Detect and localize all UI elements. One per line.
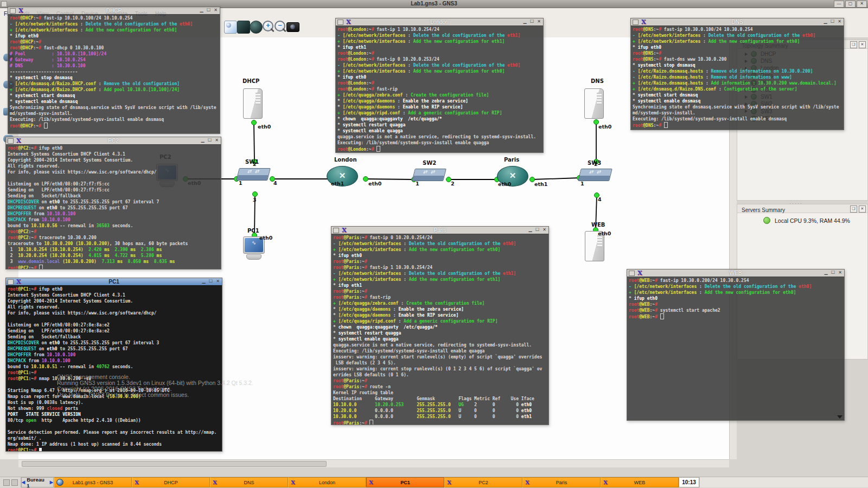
- taskbar-button-dhcp[interactable]: XDHCP: [132, 477, 210, 487]
- taskbar-tray: [699, 477, 868, 487]
- close-icon[interactable]: ✕: [837, 270, 843, 275]
- maximize-icon[interactable]: ☐: [206, 8, 212, 13]
- scrollbar-handle[interactable]: [22, 461, 327, 467]
- terminal-title: WEB: [627, 270, 844, 276]
- terminal-line: - [/etc/network/interfaces : Delete the …: [337, 33, 541, 38]
- minimize-icon[interactable]: ▁: [200, 138, 206, 143]
- camera-icon[interactable]: [286, 22, 299, 32]
- close-icon[interactable]: ✕: [837, 19, 843, 24]
- terminal-titlebar[interactable]: XParis▁☐✕: [331, 227, 548, 234]
- terminal-window-pc1[interactable]: XPC1▁☐✕root@PC1:~# ifup eth0Internet Sys…: [5, 278, 222, 452]
- close-icon[interactable]: ✕: [213, 8, 219, 13]
- taskbar-button-dns[interactable]: XDNS: [210, 477, 288, 487]
- terminal-line: + [/etc/Raizo.dnsmasq.hosts : Add inform…: [633, 80, 842, 86]
- panel-header[interactable]: Servers Summary ❏ ✕: [737, 204, 867, 213]
- close-icon[interactable]: ✕: [215, 279, 221, 284]
- xterm-icon: X: [291, 479, 295, 485]
- maximize-icon[interactable]: ☐: [207, 138, 213, 143]
- minimize-icon[interactable]: —: [834, 1, 844, 8]
- panel-title: Servers Summary: [737, 207, 785, 213]
- taskbar-button-paris[interactable]: XParis: [522, 477, 601, 487]
- terminal-line: root@Paris:~# route -n: [333, 384, 547, 390]
- terminal-line: + [/etc/dnsmasq.d/Raizo.DNS.conf : Confi…: [633, 86, 842, 92]
- maximize-icon[interactable]: ☐: [830, 270, 836, 275]
- close-panel-icon[interactable]: ✕: [859, 41, 866, 48]
- close-icon[interactable]: ✕: [857, 1, 867, 8]
- draw-rectangle-icon[interactable]: [237, 21, 250, 34]
- terminal-titlebar[interactable]: XWEB▁☐✕: [627, 269, 844, 277]
- terminal-line: Internet Systems Consortium DHCP Client …: [8, 292, 220, 298]
- maximize-icon[interactable]: ☐: [829, 19, 835, 24]
- terminal-line: * [/etc/quagga/daemons : Enable the RIP …: [333, 312, 547, 318]
- terminal-titlebar[interactable]: XLondon▁☐✕: [336, 18, 543, 26]
- terminal-content[interactable]: root@Paris:~# fast-ip 0 10.20.0.254/24- …: [331, 234, 548, 425]
- node-dhcp[interactable]: [243, 88, 263, 119]
- taskbar-launcher[interactable]: [0, 477, 21, 487]
- interface-label: eth0: [258, 124, 271, 130]
- node-dns[interactable]: [584, 88, 604, 119]
- taskbar-button-london[interactable]: XLondon: [288, 477, 366, 487]
- taskbar-buttons[interactable]: Lab1.gns3 - GNS3XDHCPXDNSXLondonXPC1XPC2…: [54, 477, 679, 487]
- terminal-line: # Gateway : 10.10.0.254: [10, 57, 218, 63]
- float-panel-icon[interactable]: ❏: [850, 206, 857, 213]
- horizontal-scrollbar[interactable]: [18, 459, 729, 467]
- terminal-titlebar[interactable]: XPC2▁☐✕: [6, 137, 221, 145]
- terminal-content[interactable]: root@DNS:~# fast-ip 10.30.0.100/24 10.30…: [631, 25, 844, 130]
- terminal-window-paris[interactable]: XParis▁☐✕root@Paris:~# fast-ip 0 10.20.0…: [331, 226, 549, 425]
- terminal-window-web[interactable]: XWEB▁☐✕root@WEB:~# fast-ip 10.30.0.200/2…: [627, 269, 845, 421]
- taskbar[interactable]: ◀ Bureau 1 ▶ Lab1.gns3 - GNS3XDHCPXDNSXL…: [0, 477, 868, 487]
- desktop-pager[interactable]: ◀ Bureau 1 ▶: [21, 477, 54, 487]
- minimize-icon[interactable]: ▁: [201, 279, 207, 284]
- pager-prev-icon[interactable]: ◀: [22, 480, 25, 485]
- close-panel-icon[interactable]: ✕: [859, 206, 866, 213]
- float-panel-icon[interactable]: ❏: [850, 41, 857, 48]
- node-sw3[interactable]: ⇄ ⇄: [579, 169, 611, 181]
- node-sw2[interactable]: ⇄ ⇄: [413, 169, 445, 181]
- terminal-line: DHCPREQUEST on eth0 to 255.255.255.255 p…: [8, 346, 220, 352]
- terminal-content[interactable]: root@WEB:~# fast-ip 10.30.0.200/24 10.30…: [627, 277, 844, 420]
- terminal-window-dns[interactable]: XDNS▁☐✕root@DNS:~# fast-ip 10.30.0.100/2…: [630, 18, 844, 130]
- terminal-content[interactable]: root@PC2:~# ifup eth0Internet Systems Co…: [6, 144, 221, 269]
- maximize-icon[interactable]: ☐: [534, 227, 540, 233]
- taskbar-button-web[interactable]: XWEB: [601, 477, 679, 487]
- screenshot-icon[interactable]: [224, 21, 237, 34]
- terminal-line: * ifup eth0: [10, 33, 218, 39]
- terminal-window-dhcp[interactable]: XDHCP▁☐✕root@DHCP:~# fast-ip 10.10.0.100…: [8, 7, 220, 134]
- minimize-icon[interactable]: ▁: [823, 270, 829, 275]
- taskbar-button-pc2[interactable]: XPC2: [444, 477, 522, 487]
- terminal-titlebar[interactable]: XDHCP▁☐✕: [8, 7, 220, 15]
- terminal-titlebar[interactable]: XDNS▁☐✕: [631, 18, 844, 26]
- terminal-window-london[interactable]: XLondon▁☐✕root@London:~# fast-ip 1 10.10…: [335, 18, 544, 153]
- taskbar-button-lab1-gns3-gns3[interactable]: Lab1.gns3 - GNS3: [54, 477, 132, 487]
- draw-ellipse-icon[interactable]: [250, 21, 263, 34]
- close-icon[interactable]: ✕: [536, 19, 542, 24]
- server-status-led: [763, 217, 770, 224]
- terminal-content[interactable]: root@DHCP:~# fast-ip 10.10.0.100/24 10.1…: [8, 14, 220, 133]
- close-icon[interactable]: ✕: [541, 227, 547, 233]
- pager-next-icon[interactable]: ▶: [50, 480, 53, 485]
- terminal-line: root@Paris:~# fast-rip: [333, 294, 547, 300]
- node-sw1[interactable]: ⇄ ⇄: [238, 168, 269, 181]
- zoom-out-icon[interactable]: −: [275, 21, 285, 31]
- zoom-in-icon[interactable]: +: [263, 21, 273, 31]
- scroll-down-icon[interactable]: [837, 415, 843, 419]
- maximize-icon[interactable]: ☐: [208, 279, 214, 284]
- window-menu-icon[interactable]: [1, 1, 7, 7]
- terminal-content[interactable]: root@London:~# fast-ip 1 10.10.0.254/24-…: [336, 25, 543, 152]
- terminal-titlebar[interactable]: XPC1▁☐✕: [6, 278, 222, 286]
- minimize-icon[interactable]: ▁: [527, 227, 533, 233]
- taskbar-button-pc1[interactable]: XPC1: [366, 477, 444, 487]
- minimize-icon[interactable]: ▁: [522, 19, 528, 24]
- terminal-line: root@DHCP:~# fast-ip 10.10.0.100/24 10.1…: [10, 15, 218, 21]
- xterm-icon: X: [525, 479, 529, 485]
- terminal-line: For info, please visit https://www.isc.o…: [8, 169, 219, 175]
- terminal-window-pc2[interactable]: XPC2▁☐✕root@PC2:~# ifup eth0Internet Sys…: [5, 137, 221, 269]
- minimize-icon[interactable]: ▁: [199, 8, 205, 13]
- xterm-icon: X: [135, 479, 139, 485]
- minimize-icon[interactable]: ▁: [822, 19, 828, 24]
- terminal-content[interactable]: root@PC1:~# ifup eth0Internet Systems Co…: [6, 285, 222, 451]
- terminal-line: Host is up (0.0038s latency).: [8, 400, 220, 406]
- maximize-icon[interactable]: ▢: [845, 1, 856, 8]
- close-icon[interactable]: ✕: [214, 138, 220, 143]
- maximize-icon[interactable]: ☐: [529, 19, 535, 24]
